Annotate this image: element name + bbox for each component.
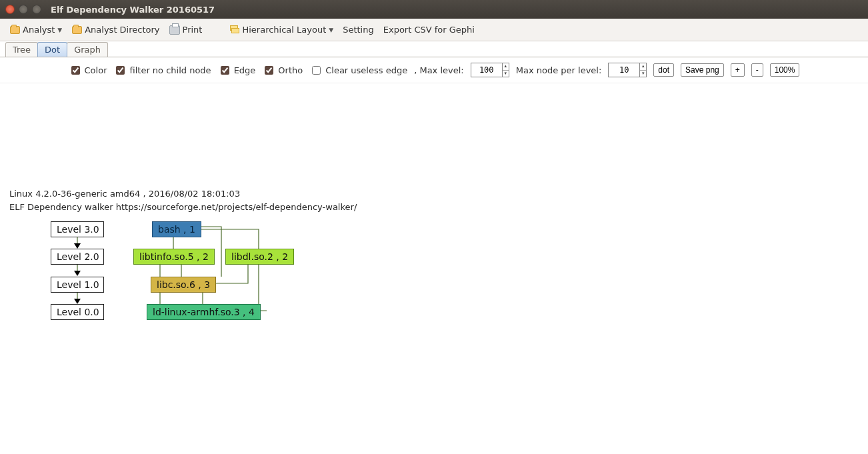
dot-controls: Color filter no child node Edge Ortho Cl… — [0, 57, 868, 83]
print-button[interactable]: Print — [169, 25, 203, 35]
titlebar: Elf Dependency Walker 20160517 — [0, 0, 868, 19]
color-checkbox-input[interactable] — [71, 66, 80, 75]
analyst-directory-label: Analyst Directory — [85, 25, 159, 35]
graph-canvas[interactable]: Linux 4.2.0-36-generic amd64 , 2016/08/0… — [0, 83, 868, 453]
clear-edge-checkbox-input[interactable] — [312, 66, 321, 75]
edge-checkbox[interactable]: Edge — [218, 64, 256, 77]
dot-button[interactable]: dot — [653, 63, 674, 77]
caret-down-icon: ▼ — [329, 27, 333, 33]
save-png-button[interactable]: Save png — [681, 63, 724, 77]
setting-button[interactable]: Setting — [343, 25, 374, 35]
info-system: Linux 4.2.0-36-generic amd64 , 2016/08/0… — [9, 189, 240, 199]
view-tabs: Tree Dot Graph — [0, 41, 868, 57]
node-libtinfo[interactable]: libtinfo.so.5 , 2 — [133, 249, 215, 265]
main-toolbar: Analyst ▼ Analyst Directory Print Hierar… — [0, 19, 868, 41]
layout-icon — [229, 25, 239, 35]
layout-label: Hierarchical Layout — [242, 25, 326, 35]
node-libc[interactable]: libc.so.6 , 3 — [151, 277, 216, 293]
edges — [0, 83, 868, 453]
tab-graph[interactable]: Graph — [67, 42, 108, 57]
folder-icon — [72, 26, 82, 34]
export-csv-button[interactable]: Export CSV for Gephi — [383, 25, 475, 35]
node-bash[interactable]: bash , 1 — [152, 221, 201, 237]
layout-menu[interactable]: Hierarchical Layout ▼ — [229, 25, 333, 35]
zoom-out-button[interactable]: - — [751, 63, 763, 77]
export-csv-label: Export CSV for Gephi — [383, 25, 475, 35]
max-node-spinner[interactable]: ▴▾ — [640, 63, 647, 77]
caret-down-icon: ▼ — [57, 27, 62, 33]
window-controls — [5, 5, 41, 14]
folder-icon — [10, 26, 20, 34]
setting-label: Setting — [343, 25, 374, 35]
max-level-spinner[interactable]: ▴▾ — [503, 63, 509, 77]
node-ldlinux[interactable]: ld-linux-armhf.so.3 , 4 — [147, 304, 261, 320]
edge-checkbox-input[interactable] — [221, 66, 229, 75]
clear-edge-checkbox[interactable]: Clear useless edge — [309, 64, 407, 77]
node-libdl[interactable]: libdl.so.2 , 2 — [225, 249, 294, 265]
level-0: Level 0.0 — [51, 304, 104, 320]
max-node-label: Max node per level: — [516, 65, 602, 75]
level-3: Level 3.0 — [51, 221, 104, 237]
ortho-checkbox[interactable]: Ortho — [262, 64, 303, 77]
filter-checkbox[interactable]: filter no child node — [113, 64, 211, 77]
minimize-icon[interactable] — [19, 5, 28, 14]
tab-tree[interactable]: Tree — [5, 42, 38, 57]
close-icon[interactable] — [5, 5, 15, 14]
zoom-in-button[interactable]: + — [731, 63, 745, 77]
max-level-label: , Max level: — [414, 65, 464, 75]
print-icon — [169, 25, 180, 35]
arrow-icon — [74, 299, 81, 304]
analyst-label: Analyst — [23, 25, 55, 35]
zoom-level-button[interactable]: 100% — [770, 63, 800, 77]
arrow-icon — [74, 243, 81, 249]
maximize-icon[interactable] — [32, 5, 41, 14]
max-level-input[interactable] — [471, 63, 503, 77]
window-title: Elf Dependency Walker 20160517 — [51, 5, 215, 15]
max-node-input[interactable] — [608, 63, 640, 77]
ortho-checkbox-input[interactable] — [265, 66, 273, 75]
level-2: Level 2.0 — [51, 249, 104, 265]
analyst-menu[interactable]: Analyst ▼ — [9, 25, 62, 35]
filter-checkbox-input[interactable] — [116, 66, 125, 75]
print-label: Print — [183, 25, 203, 35]
info-project: ELF Dependency walker https://sourceforg… — [9, 202, 357, 212]
analyst-directory-button[interactable]: Analyst Directory — [71, 25, 159, 35]
color-checkbox[interactable]: Color — [69, 64, 107, 77]
arrow-icon — [74, 271, 81, 276]
level-1: Level 1.0 — [51, 277, 104, 293]
tab-dot[interactable]: Dot — [37, 42, 67, 57]
